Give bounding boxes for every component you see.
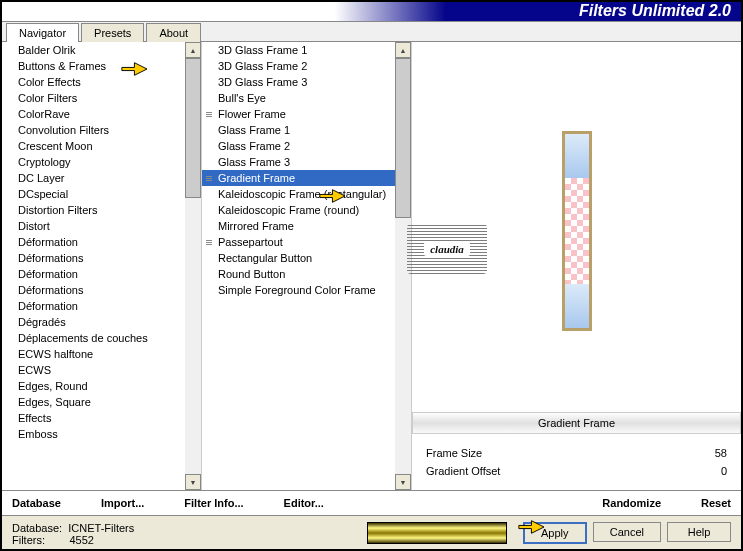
category-item[interactable]: Déplacements de couches [2, 330, 201, 346]
main-area: Balder OlrikButtons & FramesColor Effect… [2, 42, 741, 490]
apply-button[interactable]: Apply [523, 522, 587, 544]
filter-item[interactable]: Passepartout [202, 234, 411, 250]
tab-about[interactable]: About [146, 23, 201, 42]
category-item[interactable]: Crescent Moon [2, 138, 201, 154]
param-name: Frame Size [426, 447, 482, 459]
scroll-thumb[interactable] [185, 58, 201, 198]
tab-strip: Navigator Presets About [2, 22, 741, 42]
scroll-down-icon[interactable]: ▼ [185, 474, 201, 490]
filter-item[interactable]: Round Button [202, 266, 411, 282]
param-name: Gradient Offset [426, 465, 500, 477]
parameter-panel: Frame Size58Gradient Offset0 [412, 434, 741, 490]
editor-button[interactable]: Editor... [284, 497, 324, 509]
param-row[interactable]: Gradient Offset0 [426, 462, 727, 480]
scroll-up-icon[interactable]: ▲ [395, 42, 411, 58]
filter-item[interactable]: Simple Foreground Color Frame [202, 282, 411, 298]
filter-item[interactable]: Glass Frame 2 [202, 138, 411, 154]
db-label: Database: [12, 522, 62, 534]
preview-top [565, 134, 589, 178]
category-item[interactable]: Color Effects [2, 74, 201, 90]
cancel-button[interactable]: Cancel [593, 522, 661, 542]
category-item[interactable]: DCspecial [2, 186, 201, 202]
scroll-down-icon[interactable]: ▼ [395, 474, 411, 490]
category-item[interactable]: Edges, Round [2, 378, 201, 394]
category-item[interactable]: Déformations [2, 250, 201, 266]
filter-item[interactable]: Kaleidoscopic Frame (rectangular) [202, 186, 411, 202]
filter-item[interactable]: Glass Frame 3 [202, 154, 411, 170]
filter-item[interactable]: Flower Frame [202, 106, 411, 122]
category-item[interactable]: ECWS halftone [2, 346, 201, 362]
category-item[interactable]: ColorRave [2, 106, 201, 122]
category-item[interactable]: Déformation [2, 266, 201, 282]
filter-item[interactable]: Gradient Frame [202, 170, 411, 186]
filters-value: 4552 [69, 534, 93, 546]
category-item[interactable]: Effects [2, 410, 201, 426]
import-button[interactable]: Import... [101, 497, 144, 509]
category-item[interactable]: Balder Olrik [2, 42, 201, 58]
category-item[interactable]: Déformation [2, 298, 201, 314]
help-button[interactable]: Help [667, 522, 731, 542]
db-value: ICNET-Filters [68, 522, 134, 534]
scrollbar[interactable]: ▲ ▼ [185, 42, 201, 490]
category-item[interactable]: Buttons & Frames [2, 58, 201, 74]
category-item[interactable]: Distort [2, 218, 201, 234]
param-row[interactable]: Frame Size58 [426, 444, 727, 462]
tab-presets[interactable]: Presets [81, 23, 144, 42]
reset-button[interactable]: Reset [701, 497, 731, 509]
scroll-up-icon[interactable]: ▲ [185, 42, 201, 58]
app-title: Filters Unlimited 2.0 [579, 2, 731, 20]
filter-info-button[interactable]: Filter Info... [184, 497, 243, 509]
filter-item[interactable]: Glass Frame 1 [202, 122, 411, 138]
category-item[interactable]: Convolution Filters [2, 122, 201, 138]
category-item[interactable]: Color Filters [2, 90, 201, 106]
preview-image [562, 131, 592, 331]
category-list[interactable]: Balder OlrikButtons & FramesColor Effect… [2, 42, 202, 490]
category-item[interactable]: Déformations [2, 282, 201, 298]
category-item[interactable]: Edges, Square [2, 394, 201, 410]
filter-item[interactable]: 3D Glass Frame 2 [202, 58, 411, 74]
param-value: 58 [715, 447, 727, 459]
category-item[interactable]: DC Layer [2, 170, 201, 186]
filter-item[interactable]: 3D Glass Frame 3 [202, 74, 411, 90]
category-item[interactable]: ECWS [2, 362, 201, 378]
filters-label: Filters: [12, 534, 45, 546]
param-value: 0 [721, 465, 727, 477]
filter-list[interactable]: 3D Glass Frame 13D Glass Frame 23D Glass… [202, 42, 412, 490]
category-item[interactable]: Distortion Filters [2, 202, 201, 218]
scroll-thumb[interactable] [395, 58, 411, 218]
watermark-text: claudia [424, 242, 470, 256]
footer-info: Database: ICNET-Filters Filters: 4552 [12, 522, 367, 546]
preview-mid [565, 178, 589, 284]
category-item[interactable]: Dégradés [2, 314, 201, 330]
filter-item[interactable]: Mirrored Frame [202, 218, 411, 234]
randomize-button[interactable]: Randomize [602, 497, 661, 509]
footer: Database: ICNET-Filters Filters: 4552 Ap… [2, 515, 741, 551]
database-button[interactable]: Database [12, 497, 61, 509]
watermark-badge: claudia [407, 224, 487, 274]
category-item[interactable]: Déformation [2, 234, 201, 250]
tab-navigator[interactable]: Navigator [6, 23, 79, 42]
filter-item[interactable]: 3D Glass Frame 1 [202, 42, 411, 58]
toolbar: Database Import... Filter Info... Editor… [2, 490, 741, 515]
preview-title: Gradient Frame [412, 412, 741, 434]
category-item[interactable]: Cryptology [2, 154, 201, 170]
title-bar: Filters Unlimited 2.0 [2, 2, 741, 22]
filter-item[interactable]: Kaleidoscopic Frame (round) [202, 202, 411, 218]
gold-bar [367, 522, 507, 544]
filter-item[interactable]: Bull's Eye [202, 90, 411, 106]
filter-item[interactable]: Rectangular Button [202, 250, 411, 266]
category-item[interactable]: Emboss [2, 426, 201, 442]
preview-bot [565, 284, 589, 328]
